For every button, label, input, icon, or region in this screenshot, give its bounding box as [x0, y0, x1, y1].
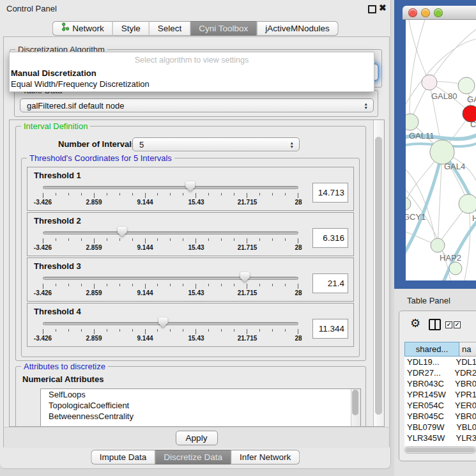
- group-title: Attributes to discretize: [21, 362, 108, 371]
- network-icon: [61, 22, 69, 35]
- slider-thumb[interactable]: [118, 227, 127, 237]
- popup-hint: Select algorithm to view settings: [10, 56, 374, 65]
- cell-name[interactable]: YDL1: [453, 357, 476, 367]
- table-data-combobox[interactable]: galFiltered.sif default node ▲▼: [20, 98, 374, 112]
- slider-track[interactable]: [43, 186, 298, 189]
- tab-jactivemnodules[interactable]: jActiveMNodules: [256, 21, 339, 36]
- settings-scrollpane: Interval Definition Number of Intervals …: [9, 119, 385, 427]
- table-row[interactable]: YPR145WYPR1: [404, 389, 476, 400]
- slider-thumb[interactable]: [185, 181, 195, 192]
- columns-icon[interactable]: [429, 319, 441, 330]
- network-node[interactable]: [449, 262, 462, 275]
- network-node[interactable]: [458, 77, 475, 94]
- network-node[interactable]: [422, 75, 437, 90]
- cell-name[interactable]: YLR3: [453, 433, 476, 443]
- horizontal-scrollbar[interactable]: [404, 447, 476, 454]
- threshold-slider[interactable]: [43, 272, 298, 283]
- slider-thumb[interactable]: [240, 272, 250, 282]
- slider-track[interactable]: [43, 231, 298, 234]
- close-icon[interactable]: ✖: [379, 3, 387, 13]
- attribute-item-betweennesscentrality[interactable]: BetweennessCentrality: [41, 411, 360, 422]
- table-row[interactable]: YLR345WYLR3: [404, 433, 476, 443]
- node-label: C: [470, 119, 476, 129]
- cell-shared-name[interactable]: YDR27...: [404, 367, 452, 378]
- threshold-value-field[interactable]: 14.713: [312, 183, 348, 203]
- cell-name[interactable]: YBL0: [454, 422, 476, 433]
- cell-shared-name[interactable]: YIL052C: [404, 443, 457, 446]
- threshold-slider[interactable]: [43, 318, 298, 328]
- cell-name[interactable]: YER0: [452, 400, 476, 411]
- network-node[interactable]: [430, 140, 454, 164]
- checkbox-icon[interactable]: ✓: [445, 321, 452, 328]
- column-header-shared[interactable]: shared...: [404, 342, 459, 357]
- slider-ticks: [43, 284, 298, 289]
- cell-name[interactable]: YBR0: [452, 411, 476, 422]
- threshold-slider[interactable]: [43, 181, 298, 192]
- cell-name[interactable]: YDR2: [452, 367, 476, 378]
- table-row[interactable]: YDL19...YDL1: [404, 357, 476, 367]
- control-panel-window: Control Panel ✖ NetworkStyleSelectCyni T…: [0, 0, 391, 469]
- tab-label: Network: [72, 22, 104, 35]
- network-node[interactable]: [406, 197, 411, 210]
- table-data-group: Table Data galFiltered.sif default node …: [14, 90, 378, 117]
- cell-shared-name[interactable]: YLR345W: [404, 433, 453, 443]
- node-label: HAP2: [440, 253, 461, 263]
- popup-option-manual-discretization[interactable]: Manual Discretization: [11, 68, 96, 79]
- tab-style[interactable]: Style: [112, 21, 149, 36]
- number-of-intervals-combobox[interactable]: 5 ▲▼: [132, 137, 300, 151]
- numerical-attributes-label: Numerical Attributes: [22, 374, 104, 384]
- apply-button[interactable]: Apply: [176, 431, 218, 445]
- tab-impute-data[interactable]: Impute Data: [91, 450, 155, 464]
- threshold-value-field[interactable]: 6.316: [312, 228, 348, 248]
- tab-select[interactable]: Select: [149, 21, 190, 36]
- column-header-name[interactable]: na: [459, 342, 476, 357]
- cell-name[interactable]: YPR1: [452, 389, 476, 400]
- scrollbar-thumb[interactable]: [406, 448, 475, 452]
- cell-shared-name[interactable]: YDL19...: [404, 357, 453, 367]
- scrollbar-thumb[interactable]: [375, 137, 382, 415]
- cell-shared-name[interactable]: YBL079W: [404, 422, 454, 433]
- table-row[interactable]: YDR27...YDR2: [404, 367, 476, 378]
- checkbox-icon[interactable]: ✓: [454, 321, 461, 328]
- table-row[interactable]: YBL079WYBL0: [404, 422, 476, 433]
- table-row[interactable]: YIL052CYIL0: [404, 443, 476, 446]
- scrollbar-thumb[interactable]: [352, 390, 358, 415]
- threshold-panels: Threshold 1-3.4262.8599.14415.4321.71528…: [27, 167, 354, 348]
- network-window-titlebar[interactable]: [403, 6, 476, 20]
- table-row[interactable]: YBR045CYBR0: [404, 411, 476, 422]
- slider-thumb[interactable]: [158, 318, 168, 328]
- cyni-toolbox-panel: Discretization Algorithm ▲▼ Select algor…: [3, 36, 390, 447]
- cell-name[interactable]: YBR0: [452, 378, 476, 389]
- table-panel-region: Table Panel ⚙ ✓ ✓ shared... na YDL19...Y…: [394, 289, 476, 476]
- vertical-scrollbar[interactable]: [373, 120, 384, 426]
- zoom-traffic-light[interactable]: [434, 8, 443, 17]
- cell-shared-name[interactable]: YBR045C: [404, 411, 452, 422]
- tab-infer-network[interactable]: Infer Network: [231, 450, 300, 464]
- cell-shared-name[interactable]: YBR043C: [404, 378, 452, 389]
- slider-track[interactable]: [43, 322, 298, 325]
- table-row[interactable]: YBR043CYBR0: [404, 378, 476, 389]
- network-canvas[interactable]: GAL80GACGAL11GAL4GCY1HHAP2: [406, 20, 476, 280]
- network-node[interactable]: [459, 194, 476, 213]
- list-scrollbar[interactable]: [351, 389, 360, 426]
- tab-discretize-data[interactable]: Discretize Data: [155, 450, 231, 464]
- slider-track[interactable]: [43, 277, 298, 280]
- popup-option-equal-width-frequency-discretization[interactable]: Equal Width/Frequency Discretization: [11, 79, 150, 89]
- attribute-item-selfloops[interactable]: SelfLoops: [41, 389, 360, 400]
- tab-network[interactable]: Network: [52, 21, 112, 36]
- gear-icon[interactable]: ⚙: [410, 318, 420, 329]
- threshold-value-field[interactable]: 11.344: [312, 319, 348, 339]
- cell-shared-name[interactable]: YPR145W: [404, 389, 452, 400]
- float-window-icon[interactable]: [368, 5, 376, 13]
- table-row[interactable]: YER054CYER0: [404, 400, 476, 411]
- close-traffic-light[interactable]: [408, 8, 417, 17]
- threshold-value-field[interactable]: 21.4: [312, 273, 348, 293]
- cell-shared-name[interactable]: YER054C: [404, 400, 452, 411]
- threshold-slider[interactable]: [43, 227, 298, 238]
- attribute-item-topologicalcoefficient[interactable]: TopologicalCoefficient: [41, 400, 360, 411]
- attributes-group: Attributes to discretize Numerical Attri…: [15, 366, 366, 426]
- tab-cyni-toolbox[interactable]: Cyni Toolbox: [190, 21, 256, 36]
- network-node[interactable]: [431, 238, 445, 252]
- minimize-traffic-light[interactable]: [421, 8, 430, 17]
- cell-name[interactable]: YIL0: [457, 443, 476, 446]
